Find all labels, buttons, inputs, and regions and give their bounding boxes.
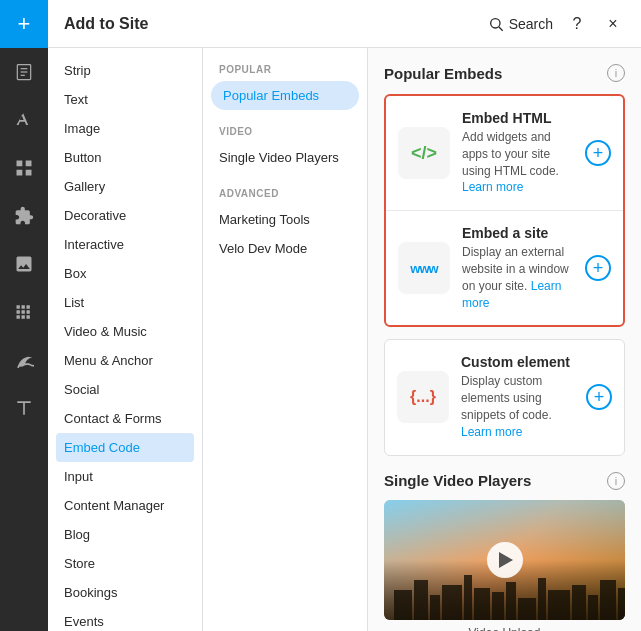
sidebar-item-box[interactable]: Box xyxy=(48,259,202,288)
video-label: Video Upload xyxy=(384,626,625,631)
header: Add to Site Search ? × xyxy=(48,0,641,48)
middle-nav-velo[interactable]: Velo Dev Mode xyxy=(203,234,367,263)
svg-rect-9 xyxy=(430,595,440,620)
sidebar-item-blog[interactable]: Blog xyxy=(48,520,202,549)
middle-section-popular: POPULAR xyxy=(203,60,367,81)
embed-site-icon: www xyxy=(398,242,450,294)
custom-element-card: {...} Custom element Display custom elem… xyxy=(384,339,625,455)
svg-rect-12 xyxy=(474,588,490,620)
middle-nav-marketing[interactable]: Marketing Tools xyxy=(203,205,367,234)
svg-rect-11 xyxy=(464,575,472,620)
svg-rect-8 xyxy=(414,580,428,620)
sidebar-item-input[interactable]: Input xyxy=(48,462,202,491)
sidebar-item-interactive[interactable]: Interactive xyxy=(48,230,202,259)
svg-point-4 xyxy=(490,18,499,27)
sidebar-item-content-manager[interactable]: Content Manager xyxy=(48,491,202,520)
text-tool-icon[interactable] xyxy=(0,384,48,432)
embed-html-name: Embed HTML xyxy=(462,110,573,126)
search-icon xyxy=(488,16,504,32)
embed-site-name: Embed a site xyxy=(462,225,573,241)
sidebar-item-image[interactable]: Image xyxy=(48,114,202,143)
main-panel: Add to Site Search ? × Strip Text Image … xyxy=(48,0,641,631)
page-title: Add to Site xyxy=(64,15,148,33)
embed-html-desc: Add widgets and apps to your site using … xyxy=(462,129,573,196)
add-button[interactable]: + xyxy=(0,0,48,48)
svg-rect-13 xyxy=(492,592,504,620)
sidebar-item-decorative[interactable]: Decorative xyxy=(48,201,202,230)
middle-nav-single-video[interactable]: Single Video Players xyxy=(203,143,367,172)
plus-icon: + xyxy=(18,13,31,35)
sidebar-item-text[interactable]: Text xyxy=(48,85,202,114)
video-section-title: Single Video Players xyxy=(384,472,531,489)
embed-html-learn-more[interactable]: Learn more xyxy=(462,180,523,194)
svg-rect-18 xyxy=(572,585,586,620)
sidebar-item-bookings[interactable]: Bookings xyxy=(48,578,202,607)
svg-rect-19 xyxy=(588,595,598,620)
sidebar-item-strip[interactable]: Strip xyxy=(48,56,202,85)
search-button[interactable]: Search xyxy=(488,16,553,32)
grid-icon[interactable] xyxy=(0,288,48,336)
embed-html-add-button[interactable]: + xyxy=(585,140,611,166)
sidebar-item-store[interactable]: Store xyxy=(48,549,202,578)
sidebar-item-video-music[interactable]: Video & Music xyxy=(48,317,202,346)
sidebar-item-social[interactable]: Social xyxy=(48,375,202,404)
left-nav: Strip Text Image Button Gallery Decorati… xyxy=(48,48,203,631)
font-icon[interactable] xyxy=(0,96,48,144)
svg-rect-7 xyxy=(394,590,412,620)
middle-section-advanced: ADVANCED xyxy=(203,184,367,205)
embed-html-item: </> Embed HTML Add widgets and apps to y… xyxy=(386,96,623,211)
video-section-header: Single Video Players i xyxy=(384,472,625,490)
embed-site-item: www Embed a site Display an external web… xyxy=(386,211,623,325)
custom-element-name: Custom element xyxy=(461,354,574,370)
embed-site-learn-more[interactable]: Learn more xyxy=(462,279,561,310)
apps-icon[interactable] xyxy=(0,144,48,192)
site-icon-text: www xyxy=(410,261,437,276)
custom-element-icon-text: {...} xyxy=(410,388,436,406)
middle-nav-popular-embeds[interactable]: Popular Embeds xyxy=(211,81,359,110)
sidebar-item-embed-code[interactable]: Embed Code xyxy=(56,433,194,462)
puzzle-icon[interactable] xyxy=(0,192,48,240)
embed-site-desc: Display an external website in a window … xyxy=(462,244,573,311)
sidebar-item-contact-forms[interactable]: Contact & Forms xyxy=(48,404,202,433)
embed-site-info: Embed a site Display an external website… xyxy=(462,225,573,311)
popular-embeds-title: Popular Embeds xyxy=(384,65,502,82)
custom-element-learn-more[interactable]: Learn more xyxy=(461,425,522,439)
svg-rect-17 xyxy=(548,590,570,620)
middle-section-video: VIDEO xyxy=(203,122,367,143)
svg-rect-15 xyxy=(518,598,536,620)
custom-element-info: Custom element Display custom elements u… xyxy=(461,354,574,440)
custom-element-item: {...} Custom element Display custom elem… xyxy=(385,340,624,454)
close-button[interactable]: × xyxy=(601,12,625,36)
html-icon-text: </> xyxy=(411,143,437,164)
svg-rect-20 xyxy=(600,580,616,620)
svg-rect-10 xyxy=(442,585,462,620)
sidebar-item-gallery[interactable]: Gallery xyxy=(48,172,202,201)
page-icon[interactable] xyxy=(0,48,48,96)
icon-bar: + xyxy=(0,0,48,631)
right-content: Popular Embeds i </> Embed HTML Add widg… xyxy=(368,48,641,631)
search-label: Search xyxy=(509,16,553,32)
embed-site-add-button[interactable]: + xyxy=(585,255,611,281)
popular-embeds-section-header: Popular Embeds i xyxy=(384,64,625,82)
popular-embeds-box: </> Embed HTML Add widgets and apps to y… xyxy=(384,94,625,327)
sidebar-item-menu-anchor[interactable]: Menu & Anchor xyxy=(48,346,202,375)
custom-element-add-button[interactable]: + xyxy=(586,384,612,410)
embed-html-icon: </> xyxy=(398,127,450,179)
middle-nav: POPULAR Popular Embeds VIDEO Single Vide… xyxy=(203,48,368,631)
video-thumbnail[interactable] xyxy=(384,500,625,620)
embed-html-info: Embed HTML Add widgets and apps to your … xyxy=(462,110,573,196)
image-icon[interactable] xyxy=(0,240,48,288)
sidebar-item-events[interactable]: Events xyxy=(48,607,202,631)
store-icon[interactable] xyxy=(0,336,48,384)
header-actions: Search ? × xyxy=(488,12,625,36)
popular-embeds-info-icon[interactable]: i xyxy=(607,64,625,82)
sidebar-item-button[interactable]: Button xyxy=(48,143,202,172)
svg-rect-16 xyxy=(538,578,546,620)
svg-rect-14 xyxy=(506,582,516,620)
svg-rect-21 xyxy=(618,588,625,620)
custom-element-icon: {...} xyxy=(397,371,449,423)
help-button[interactable]: ? xyxy=(565,12,589,36)
sidebar-item-list[interactable]: List xyxy=(48,288,202,317)
play-button[interactable] xyxy=(487,542,523,578)
video-section-info-icon[interactable]: i xyxy=(607,472,625,490)
